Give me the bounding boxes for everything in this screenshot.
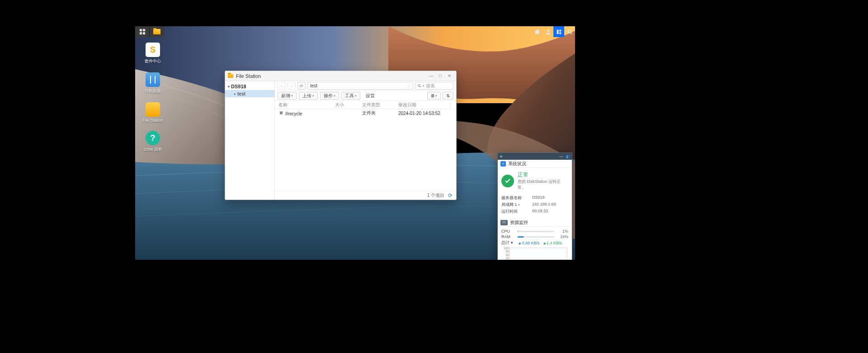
col-type[interactable]: 文件类型 (361, 102, 397, 108)
chevron-down-icon[interactable]: ▾ (509, 240, 513, 245)
svg-point-5 (547, 29, 549, 32)
widgets-toggle-icon[interactable] (553, 26, 564, 37)
svg-rect-3 (139, 32, 142, 34)
system-status-header: i系统状况 (498, 160, 572, 168)
status-ok-icon (501, 175, 514, 187)
widget-minimize-button[interactable]: ― (559, 154, 563, 159)
view-list-button[interactable]: ≣ ▾ (427, 92, 441, 100)
window-titlebar[interactable]: File Station ― □ ✕ (225, 71, 456, 81)
status-desc: 您的 DiskStation 运转正常。 (518, 179, 568, 191)
widget-pin-button[interactable]: ◧ (566, 154, 570, 159)
svg-point-11 (418, 85, 420, 87)
path-field[interactable]: test☆ (307, 82, 413, 90)
col-name[interactable]: 名称 (278, 102, 334, 108)
network-chart: 100806040200 (509, 248, 567, 260)
window-title: File Station (236, 73, 427, 79)
tools-button[interactable]: 工具▾ (341, 92, 360, 100)
svg-rect-13 (279, 112, 283, 112)
icon-label: 套件中心 (145, 58, 161, 64)
sort-button[interactable]: ⇅ (443, 92, 453, 100)
cpu-bar (518, 231, 554, 232)
close-button[interactable]: ✕ (445, 72, 453, 80)
widget-header[interactable]: + ― ◧ (498, 153, 572, 160)
chevron-down-icon: ▾ (334, 94, 335, 98)
maximize-button[interactable]: □ (436, 72, 444, 80)
search-icon[interactable] (564, 26, 575, 37)
taskbar-filestation-button[interactable] (150, 26, 164, 37)
col-more-icon[interactable]: ⋮ (447, 102, 453, 107)
svg-rect-1 (139, 29, 142, 31)
status-bar: 1 个项目 ⟳ (275, 191, 456, 200)
monitor-icon: ▭ (500, 220, 508, 225)
taskbar (135, 26, 575, 37)
col-size[interactable]: 大小 (334, 102, 361, 108)
tree-item-test[interactable]: ▸test (225, 90, 274, 97)
column-headers: 名称 大小 文件类型 修改日期 ⋮ (275, 101, 456, 109)
desktop-icons: 套件中心 控制面板 File Station DSM 说明 (142, 43, 164, 153)
system-info: 服务器名称DS918 局域网 1▾192.168.1.69 运行时间00:15:… (498, 194, 572, 219)
status-label: 正常 (518, 171, 568, 179)
nav-bar: ‹ › ⟳ test☆ ▾搜索 (275, 81, 456, 91)
icon-label: File Station (142, 118, 163, 123)
item-count: 1 个项目 (427, 192, 444, 199)
minimize-button[interactable]: ― (427, 72, 435, 80)
svg-rect-6 (557, 29, 558, 34)
folder-tree: ▾DS918 ▸test (225, 81, 275, 200)
icon-label: DSM 说明 (144, 147, 162, 153)
toolbar: 新增▾ 上传▾ 操作▾ 工具▾ 设置 ≣ ▾ ⇅ (275, 91, 456, 101)
recycle-icon (278, 110, 283, 115)
folder-icon (228, 74, 233, 78)
status-block: 正常 您的 DiskStation 运转正常。 (498, 168, 572, 194)
desktop-icon-file-station[interactable]: File Station (142, 102, 164, 123)
svg-line-10 (571, 33, 572, 34)
resource-monitor-header: ▭资源监控 (498, 219, 572, 227)
desktop-icon-control-panel[interactable]: 控制面板 (142, 72, 164, 94)
col-date[interactable]: 修改日期 (397, 102, 443, 108)
refresh-button[interactable]: ⟳ (297, 82, 306, 90)
chevron-down-icon: ▾ (355, 94, 357, 98)
expand-icon: ▸ (234, 92, 236, 96)
widget-panel: + ― ◧ i系统状况 正常 您的 DiskStation 运转正常。 服务器名… (497, 153, 572, 260)
refresh-icon[interactable]: ⟳ (448, 192, 453, 199)
file-row[interactable]: #recycle 文件夹 2024-01-20 14:53:52 (275, 109, 456, 117)
svg-rect-8 (559, 32, 561, 34)
info-icon: i (500, 161, 506, 167)
new-button[interactable]: 新增▾ (278, 92, 297, 100)
icon-label: 控制面板 (145, 88, 161, 94)
user-icon[interactable] (542, 26, 553, 37)
svg-line-12 (420, 86, 421, 87)
chevron-down-icon: ▾ (312, 94, 314, 98)
desktop-screen: 套件中心 控制面板 File Station DSM 说明 File Stati… (135, 26, 575, 260)
forward-button[interactable]: › (288, 82, 296, 90)
resource-block: CPU1% RAM16% 总计 ▾◆ 0.98 KB/s◆ 1.4 KB/s 1… (498, 227, 572, 260)
svg-point-9 (568, 30, 571, 33)
desktop-icon-dsm-help[interactable]: DSM 说明 (142, 131, 164, 153)
desktop-icon-package-center[interactable]: 套件中心 (142, 43, 164, 64)
search-input[interactable]: ▾搜索 (415, 82, 453, 90)
main-menu-button[interactable] (135, 26, 150, 37)
filestation-window: File Station ― □ ✕ ▾DS918 ▸test ‹ › ⟳ te… (225, 71, 457, 200)
collapse-icon: ▾ (228, 85, 230, 89)
chat-icon[interactable] (532, 26, 542, 37)
back-button[interactable]: ‹ (278, 82, 286, 90)
svg-rect-2 (142, 29, 145, 31)
svg-rect-4 (142, 32, 145, 34)
settings-button[interactable]: 设置 (363, 92, 378, 100)
chevron-down-icon: ▾ (291, 94, 293, 98)
action-button[interactable]: 操作▾ (320, 92, 339, 100)
file-list: #recycle 文件夹 2024-01-20 14:53:52 (275, 109, 456, 191)
favorite-icon[interactable]: ☆ (407, 83, 411, 88)
ram-bar (518, 236, 554, 238)
tree-root[interactable]: ▾DS918 (225, 83, 274, 90)
svg-rect-7 (559, 29, 561, 31)
add-widget-button[interactable]: + (500, 153, 503, 160)
upload-button[interactable]: 上传▾ (299, 92, 318, 100)
chevron-down-icon[interactable]: ▾ (518, 203, 520, 206)
